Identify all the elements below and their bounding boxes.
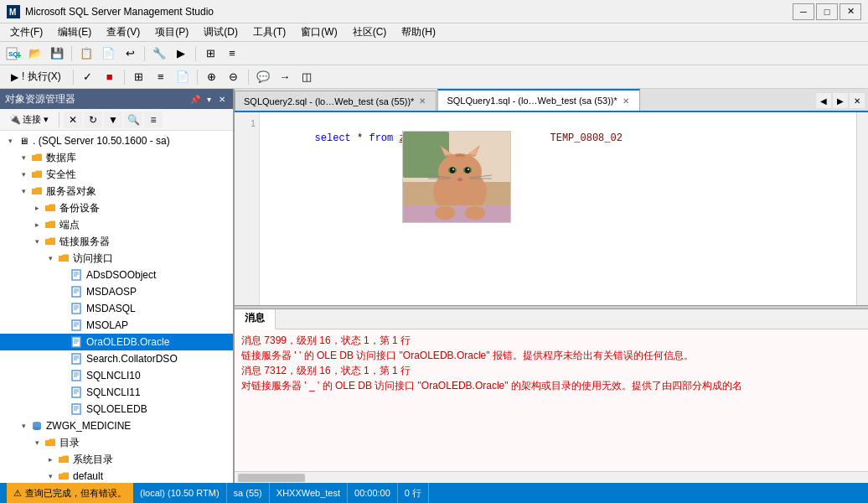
- tree-item-4[interactable]: ▸备份设备: [0, 200, 233, 216]
- stop-icon[interactable]: ■: [100, 68, 120, 86]
- editor-vscroll[interactable]: [856, 112, 868, 305]
- menu-item-D[interactable]: 调试(D): [197, 23, 245, 41]
- tree-item-1[interactable]: ▾数据库: [0, 149, 233, 166]
- oe-close-icon[interactable]: ✕: [216, 93, 228, 105]
- menu-item-P[interactable]: 项目(P): [148, 23, 195, 41]
- tab-sqlquery2[interactable]: SQLQuery2.sql - (lo…Web_test (sa (55))* …: [235, 91, 437, 111]
- oe-disconnect-icon[interactable]: ✕: [64, 111, 82, 128]
- tree-expander-9[interactable]: [57, 285, 70, 298]
- paste-icon[interactable]: 📄: [98, 44, 118, 63]
- results-text-icon[interactable]: ≡: [151, 68, 171, 86]
- tree-item-6[interactable]: ▾链接服务器: [0, 233, 233, 250]
- copy-icon[interactable]: 📋: [76, 44, 96, 63]
- tree-label-10: MSDASQL: [86, 303, 136, 314]
- menu-item-E[interactable]: 编辑(E): [51, 23, 98, 41]
- tree-item-7[interactable]: ▾访问接口: [0, 250, 233, 267]
- tree-item-9[interactable]: MSDAOSP: [0, 283, 233, 300]
- tree-expander-6[interactable]: ▾: [30, 235, 44, 248]
- oe-filter-icon[interactable]: ▼: [104, 111, 122, 128]
- tab-sqlquery1[interactable]: SQLQuery1.sql - (lo…Web_test (sa (53))* …: [437, 89, 639, 111]
- tree-item-13[interactable]: Search.CollatorDSO: [0, 350, 233, 367]
- tree-expander-7[interactable]: ▾: [44, 252, 57, 265]
- tree-expander-15[interactable]: [57, 386, 70, 399]
- zoom-out-icon[interactable]: ⊖: [224, 68, 244, 86]
- tree-item-5[interactable]: ▸端点: [0, 216, 233, 233]
- zoom-in-icon[interactable]: ⊕: [202, 68, 222, 86]
- tree-item-12[interactable]: OraOLEDB.Oracle: [0, 334, 233, 350]
- tab-scroll-right-icon[interactable]: ▶: [833, 93, 848, 108]
- tree-expander-5[interactable]: ▸: [30, 218, 44, 231]
- tree-expander-3[interactable]: ▾: [17, 184, 30, 198]
- tree-expander-0[interactable]: ▾: [3, 134, 17, 148]
- save-icon[interactable]: 💾: [47, 44, 67, 63]
- tree-expander-16[interactable]: [57, 402, 70, 416]
- tree-expander-8[interactable]: [57, 268, 70, 282]
- menu-item-C[interactable]: 社区(C): [346, 23, 394, 41]
- tree-item-14[interactable]: SQLNCLI10: [0, 367, 233, 384]
- oe-refresh-icon[interactable]: ↻: [84, 111, 102, 128]
- tree-item-0[interactable]: ▾🖥. (SQL Server 10.50.1600 - sa): [0, 132, 233, 149]
- messages-tab-label: 消息: [245, 311, 265, 325]
- tree-item-8[interactable]: ADsDSOObject: [0, 267, 233, 283]
- tree-item-19[interactable]: ▸系统目录: [0, 451, 233, 468]
- tree-item-18[interactable]: ▾目录: [0, 434, 233, 451]
- tree-expander-18[interactable]: ▾: [30, 436, 44, 449]
- tree-expander-19[interactable]: ▸: [44, 453, 57, 466]
- tab-sqlquery2-close[interactable]: ✕: [417, 96, 427, 106]
- grid-icon[interactable]: ⊞: [200, 44, 220, 63]
- tree-item-2[interactable]: ▾安全性: [0, 166, 233, 183]
- tree-label-12: OraOLEDB.Oracle: [86, 336, 169, 348]
- tree-expander-14[interactable]: [57, 369, 70, 382]
- tab-scroll-left-icon[interactable]: ◀: [816, 93, 831, 108]
- oe-search-icon[interactable]: 🔍: [124, 111, 142, 128]
- tree-expander-2[interactable]: ▾: [17, 168, 30, 181]
- tree-expander-13[interactable]: [57, 352, 70, 366]
- minimize-button[interactable]: ─: [793, 3, 814, 20]
- tree-expander-1[interactable]: ▾: [17, 151, 30, 164]
- tree-item-16[interactable]: SQLOELEDB: [0, 401, 233, 417]
- new-query-icon[interactable]: SQL +: [3, 44, 23, 63]
- tab-sqlquery1-close[interactable]: ✕: [621, 96, 631, 106]
- results-file-icon[interactable]: 📄: [173, 68, 193, 86]
- tree-expander-17[interactable]: ▾: [17, 419, 30, 433]
- list-icon[interactable]: ≡: [222, 44, 242, 63]
- results-hscroll[interactable]: [235, 471, 868, 483]
- build-icon[interactable]: 🔧: [149, 44, 169, 63]
- oe-unpin-icon[interactable]: 📌: [189, 93, 201, 105]
- menu-item-V[interactable]: 查看(V): [100, 23, 147, 41]
- tree-item-10[interactable]: MSDASQL: [0, 300, 233, 317]
- undo-icon[interactable]: ↩: [120, 44, 140, 63]
- tree-item-17[interactable]: ▾ZWGK_MEDICINE: [0, 417, 233, 434]
- menu-item-T[interactable]: 工具(T): [246, 23, 292, 41]
- menu-item-F[interactable]: 文件(F): [3, 23, 49, 41]
- tree-item-3[interactable]: ▾服务器对象: [0, 183, 233, 200]
- menu-item-W[interactable]: 窗口(W): [294, 23, 344, 41]
- open-file-icon[interactable]: 📂: [25, 44, 45, 63]
- tab-close-all-icon[interactable]: ✕: [850, 93, 865, 108]
- menu-item-H[interactable]: 帮助(H): [395, 23, 442, 41]
- execute-button[interactable]: ▶ ! 执行(X): [3, 68, 69, 86]
- tree-expander-20[interactable]: ▾: [44, 469, 57, 483]
- messages-tab[interactable]: 消息: [235, 309, 276, 329]
- debug-icon[interactable]: ▶: [171, 44, 191, 63]
- hscroll-thumb[interactable]: [238, 474, 305, 482]
- close-button[interactable]: ✕: [840, 3, 861, 20]
- oe-dropdown-icon[interactable]: ▾: [203, 93, 214, 105]
- tree-expander-10[interactable]: [57, 302, 70, 315]
- tree-item-11[interactable]: MSOLAP: [0, 317, 233, 334]
- results-grid-icon[interactable]: ⊞: [129, 68, 149, 86]
- oe-more-icon[interactable]: ≡: [144, 111, 163, 128]
- connect-button[interactable]: 🔌 连接 ▾: [3, 111, 54, 128]
- align-icon[interactable]: ◫: [297, 68, 317, 86]
- tree-item-20[interactable]: ▾default: [0, 468, 233, 483]
- parse-icon[interactable]: ✓: [78, 68, 98, 86]
- tree-expander-12[interactable]: [57, 335, 70, 349]
- tree-expander-4[interactable]: ▸: [30, 201, 44, 215]
- indent-icon[interactable]: →: [275, 68, 295, 86]
- maximize-button[interactable]: □: [816, 3, 838, 20]
- tree-expander-11[interactable]: [57, 319, 70, 332]
- comment-icon[interactable]: 💬: [253, 68, 273, 86]
- tree-item-15[interactable]: SQLNCLI11: [0, 384, 233, 401]
- status-db: XHXXWeb_test: [270, 483, 348, 503]
- editor-content[interactable]: select * from zwgk_ TEMP_0808_02: [260, 112, 856, 305]
